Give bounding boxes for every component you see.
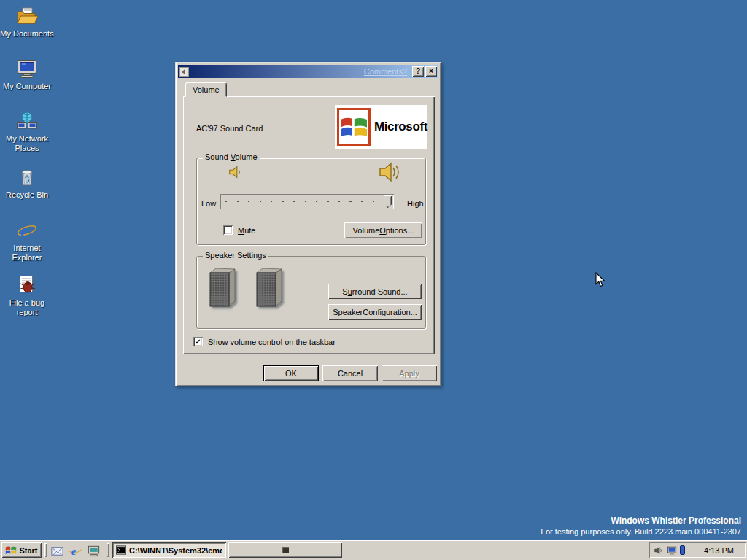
start-label: Start (19, 546, 37, 555)
high-volume-speaker-icon (378, 160, 403, 186)
comments-link[interactable]: Comments? (364, 67, 407, 76)
quick-launch-outlook-express[interactable] (50, 543, 64, 558)
speaker-configuration-button[interactable]: Speaker Configuration... (328, 304, 422, 320)
desktop-icon-label: My Network Places (0, 134, 54, 153)
microsoft-logo-text: Microsoft (374, 120, 427, 134)
slider-ticks (225, 201, 382, 202)
watermark-line2: For testing purposes only. Build 2223.ma… (541, 526, 741, 537)
speaker-settings-group: Speaker Settings S (196, 256, 426, 329)
volume-options-button[interactable]: Volume Options... (344, 222, 422, 238)
device-name-label: AC'97 Sound Card (196, 124, 263, 133)
svg-text:e: e (20, 222, 28, 241)
windows-flag-icon (337, 108, 371, 146)
speaker-tower-image-left (207, 267, 238, 312)
outlook-express-icon (50, 544, 64, 558)
sound-volume-group: Sound Volume Low High (196, 158, 426, 245)
mute-checkbox[interactable] (223, 225, 233, 235)
quick-launch-internet-explorer[interactable]: e (68, 543, 82, 558)
speaker-settings-group-title: Speaker Settings (203, 251, 268, 260)
app-window-icon (282, 547, 289, 553)
bug-report-icon (15, 273, 39, 297)
desktop-icon-my-computer[interactable]: My Computer (0, 57, 54, 91)
apply-button: Apply (382, 365, 437, 381)
system-tray: 4:13 PM (649, 542, 746, 558)
my-network-places-icon (15, 109, 39, 133)
show-desktop-icon (87, 544, 101, 558)
cancel-button[interactable]: Cancel (322, 365, 378, 381)
show-volume-on-taskbar-checkbox[interactable]: ✓ (193, 337, 203, 346)
recycle-bin-icon (15, 166, 39, 189)
desktop-icon-file-bug-report[interactable]: File a bug report (0, 273, 54, 317)
show-volume-on-taskbar-label[interactable]: Show volume control on the taskbar (208, 338, 336, 346)
dialog-titlebar[interactable]: Comments? ? × (178, 65, 438, 78)
desktop-icon-internet-explorer[interactable]: e Internet Explorer (0, 219, 54, 262)
tab-volume[interactable]: Volume (185, 82, 227, 97)
taskband-handle[interactable] (107, 543, 109, 557)
my-computer-icon (15, 57, 39, 80)
internet-explorer-icon: e (15, 219, 39, 242)
ok-button[interactable]: OK (263, 365, 319, 381)
volume-slider-thumb[interactable] (384, 195, 392, 208)
cmd-icon (116, 545, 126, 556)
speaker-tower-image-right (254, 267, 285, 312)
tray-display-icon[interactable] (667, 545, 677, 556)
surround-sound-button[interactable]: Surround Sound... (328, 284, 422, 299)
volume-tab-page: AC'97 Sound Card Microsoft Sound Volume (183, 96, 435, 354)
desktop-icon-label: File a bug report (0, 298, 54, 317)
desktop-icon-label: My Computer (0, 82, 54, 91)
desktop-icon-label: Recycle Bin (0, 190, 54, 200)
low-label: Low (201, 199, 216, 208)
task-button-untitled[interactable] (228, 542, 342, 558)
svg-text:e: e (71, 545, 76, 557)
taskbar: Start e C:\WINNT\Sy (0, 540, 747, 560)
desktop-icon-my-documents[interactable]: My Documents (0, 4, 54, 39)
close-button[interactable]: × (425, 66, 437, 77)
microsoft-logo: Microsoft (335, 105, 427, 149)
start-button[interactable]: Start (1, 542, 42, 558)
windows-logo-icon (5, 545, 17, 555)
volume-control-dialog: Comments? ? × Volume AC'97 Sound Card Mi… (175, 62, 441, 386)
task-button-label: C:\WINNT\System32\cmd.e... (129, 546, 222, 555)
mouse-cursor (595, 272, 605, 289)
low-volume-speaker-icon (228, 164, 244, 182)
high-label: High (407, 199, 424, 208)
desktop-icon-label: My Documents (0, 29, 54, 39)
desktop-icon-label: Internet Explorer (0, 244, 54, 262)
dialog-system-icon (179, 67, 189, 77)
mute-label[interactable]: Mute (238, 226, 255, 235)
tray-device-icon[interactable] (680, 545, 685, 555)
task-button-cmd[interactable]: C:\WINNT\System32\cmd.e... (112, 542, 226, 558)
quick-launch-handle[interactable] (44, 543, 47, 557)
build-watermark: Windows Whistler Professional For testin… (541, 516, 741, 537)
my-documents-icon (15, 4, 39, 28)
tray-volume-icon[interactable] (654, 545, 664, 556)
quick-launch-show-desktop[interactable] (86, 543, 101, 558)
sound-volume-group-title: Sound Volume (203, 152, 260, 161)
help-button[interactable]: ? (412, 66, 424, 77)
taskbar-clock[interactable]: 4:13 PM (704, 546, 734, 555)
volume-slider[interactable] (220, 194, 394, 209)
desktop-icon-recycle-bin[interactable]: Recycle Bin (0, 166, 54, 200)
desktop-icon-my-network-places[interactable]: My Network Places (0, 109, 54, 153)
ie-icon: e (69, 544, 82, 558)
checkmark: ✓ (195, 337, 201, 346)
watermark-line1: Windows Whistler Professional (541, 516, 741, 526)
